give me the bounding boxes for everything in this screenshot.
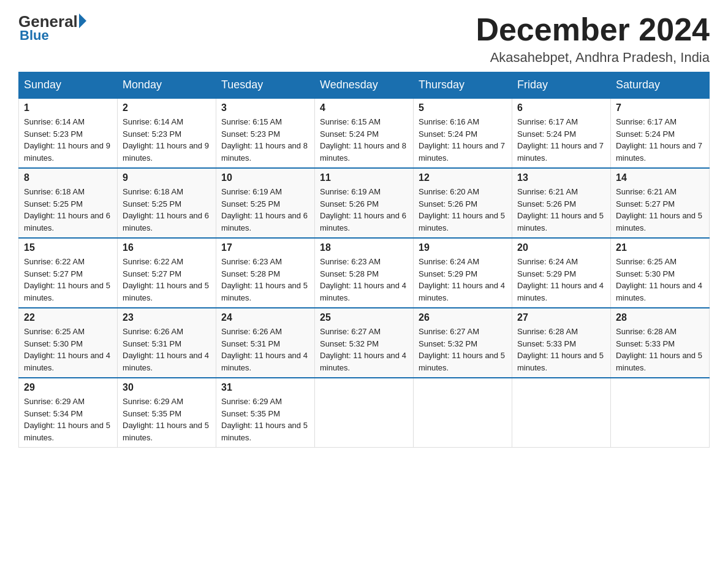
day-number: 4 bbox=[320, 102, 408, 113]
day-number: 31 bbox=[221, 382, 309, 393]
table-row: 6 Sunrise: 6:17 AM Sunset: 5:24 PM Dayli… bbox=[512, 98, 611, 168]
day-number: 9 bbox=[123, 172, 211, 183]
calendar-week-row: 29 Sunrise: 6:29 AM Sunset: 5:34 PM Dayl… bbox=[19, 378, 710, 448]
subtitle: Akasahebpet, Andhra Pradesh, India bbox=[476, 50, 710, 66]
day-info: Sunrise: 6:18 AM Sunset: 5:25 PM Dayligh… bbox=[123, 186, 211, 234]
day-info: Sunrise: 6:27 AM Sunset: 5:32 PM Dayligh… bbox=[320, 326, 408, 373]
table-row: 31 Sunrise: 6:29 AM Sunset: 5:35 PM Dayl… bbox=[216, 378, 315, 448]
day-number: 12 bbox=[419, 172, 507, 183]
table-row: 4 Sunrise: 6:15 AM Sunset: 5:24 PM Dayli… bbox=[315, 98, 414, 168]
day-number: 8 bbox=[24, 172, 112, 183]
day-info: Sunrise: 6:24 AM Sunset: 5:29 PM Dayligh… bbox=[419, 256, 507, 304]
day-info: Sunrise: 6:28 AM Sunset: 5:33 PM Dayligh… bbox=[517, 326, 605, 373]
table-row: 12 Sunrise: 6:20 AM Sunset: 5:26 PM Dayl… bbox=[414, 168, 512, 238]
day-info: Sunrise: 6:22 AM Sunset: 5:27 PM Dayligh… bbox=[123, 256, 211, 304]
day-number: 1 bbox=[24, 102, 112, 113]
day-number: 3 bbox=[221, 102, 309, 113]
day-info: Sunrise: 6:26 AM Sunset: 5:31 PM Dayligh… bbox=[123, 326, 211, 373]
table-row: 20 Sunrise: 6:24 AM Sunset: 5:29 PM Dayl… bbox=[512, 238, 611, 308]
day-info: Sunrise: 6:16 AM Sunset: 5:24 PM Dayligh… bbox=[419, 116, 507, 164]
table-row: 1 Sunrise: 6:14 AM Sunset: 5:23 PM Dayli… bbox=[19, 98, 118, 168]
day-info: Sunrise: 6:15 AM Sunset: 5:24 PM Dayligh… bbox=[320, 116, 408, 164]
col-saturday: Saturday bbox=[611, 72, 710, 99]
day-number: 10 bbox=[221, 172, 309, 183]
day-number: 14 bbox=[616, 172, 704, 183]
table-row: 26 Sunrise: 6:27 AM Sunset: 5:32 PM Dayl… bbox=[414, 308, 512, 378]
col-friday: Friday bbox=[512, 72, 611, 99]
day-number: 7 bbox=[616, 102, 704, 113]
day-number: 2 bbox=[123, 102, 211, 113]
col-tuesday: Tuesday bbox=[216, 72, 315, 99]
table-row: 14 Sunrise: 6:21 AM Sunset: 5:27 PM Dayl… bbox=[611, 168, 710, 238]
title-block: December 2024 Akasahebpet, Andhra Prades… bbox=[476, 12, 710, 66]
table-row bbox=[414, 378, 512, 448]
calendar-week-row: 15 Sunrise: 6:22 AM Sunset: 5:27 PM Dayl… bbox=[19, 238, 710, 308]
col-sunday: Sunday bbox=[19, 72, 118, 99]
table-row bbox=[315, 378, 414, 448]
table-row: 3 Sunrise: 6:15 AM Sunset: 5:23 PM Dayli… bbox=[216, 98, 315, 168]
day-info: Sunrise: 6:24 AM Sunset: 5:29 PM Dayligh… bbox=[517, 256, 605, 304]
table-row: 30 Sunrise: 6:29 AM Sunset: 5:35 PM Dayl… bbox=[118, 378, 216, 448]
table-row: 22 Sunrise: 6:25 AM Sunset: 5:30 PM Dayl… bbox=[19, 308, 118, 378]
table-row: 8 Sunrise: 6:18 AM Sunset: 5:25 PM Dayli… bbox=[19, 168, 118, 238]
day-number: 30 bbox=[123, 382, 211, 393]
day-number: 29 bbox=[24, 382, 112, 393]
table-row bbox=[611, 378, 710, 448]
day-info: Sunrise: 6:15 AM Sunset: 5:23 PM Dayligh… bbox=[221, 116, 309, 164]
day-number: 25 bbox=[320, 312, 408, 323]
calendar-week-row: 22 Sunrise: 6:25 AM Sunset: 5:30 PM Dayl… bbox=[19, 308, 710, 378]
day-info: Sunrise: 6:25 AM Sunset: 5:30 PM Dayligh… bbox=[616, 256, 704, 304]
table-row: 15 Sunrise: 6:22 AM Sunset: 5:27 PM Dayl… bbox=[19, 238, 118, 308]
day-info: Sunrise: 6:18 AM Sunset: 5:25 PM Dayligh… bbox=[24, 186, 112, 234]
table-row: 18 Sunrise: 6:23 AM Sunset: 5:28 PM Dayl… bbox=[315, 238, 414, 308]
col-monday: Monday bbox=[118, 72, 216, 99]
day-number: 16 bbox=[123, 242, 211, 253]
day-number: 18 bbox=[320, 242, 408, 253]
day-info: Sunrise: 6:26 AM Sunset: 5:31 PM Dayligh… bbox=[221, 326, 309, 373]
calendar-week-row: 1 Sunrise: 6:14 AM Sunset: 5:23 PM Dayli… bbox=[19, 98, 710, 168]
page-header: General Blue December 2024 Akasahebpet, … bbox=[18, 12, 710, 66]
table-row: 10 Sunrise: 6:19 AM Sunset: 5:25 PM Dayl… bbox=[216, 168, 315, 238]
table-row: 27 Sunrise: 6:28 AM Sunset: 5:33 PM Dayl… bbox=[512, 308, 611, 378]
day-info: Sunrise: 6:29 AM Sunset: 5:35 PM Dayligh… bbox=[221, 396, 309, 443]
day-number: 20 bbox=[517, 242, 605, 253]
logo-triangle-icon bbox=[79, 13, 86, 28]
day-number: 24 bbox=[221, 312, 309, 323]
day-number: 27 bbox=[517, 312, 605, 323]
table-row: 25 Sunrise: 6:27 AM Sunset: 5:32 PM Dayl… bbox=[315, 308, 414, 378]
table-row: 21 Sunrise: 6:25 AM Sunset: 5:30 PM Dayl… bbox=[611, 238, 710, 308]
day-number: 6 bbox=[517, 102, 605, 113]
day-info: Sunrise: 6:21 AM Sunset: 5:26 PM Dayligh… bbox=[517, 186, 605, 234]
day-number: 11 bbox=[320, 172, 408, 183]
day-number: 28 bbox=[616, 312, 704, 323]
day-info: Sunrise: 6:17 AM Sunset: 5:24 PM Dayligh… bbox=[517, 116, 605, 164]
main-title: December 2024 bbox=[476, 12, 710, 47]
table-row: 29 Sunrise: 6:29 AM Sunset: 5:34 PM Dayl… bbox=[19, 378, 118, 448]
day-info: Sunrise: 6:20 AM Sunset: 5:26 PM Dayligh… bbox=[419, 186, 507, 234]
day-number: 13 bbox=[517, 172, 605, 183]
day-info: Sunrise: 6:14 AM Sunset: 5:23 PM Dayligh… bbox=[123, 116, 211, 164]
day-info: Sunrise: 6:21 AM Sunset: 5:27 PM Dayligh… bbox=[616, 186, 704, 234]
table-row: 19 Sunrise: 6:24 AM Sunset: 5:29 PM Dayl… bbox=[414, 238, 512, 308]
table-row: 24 Sunrise: 6:26 AM Sunset: 5:31 PM Dayl… bbox=[216, 308, 315, 378]
day-number: 26 bbox=[419, 312, 507, 323]
table-row: 23 Sunrise: 6:26 AM Sunset: 5:31 PM Dayl… bbox=[118, 308, 216, 378]
table-row: 28 Sunrise: 6:28 AM Sunset: 5:33 PM Dayl… bbox=[611, 308, 710, 378]
day-info: Sunrise: 6:22 AM Sunset: 5:27 PM Dayligh… bbox=[24, 256, 112, 304]
day-info: Sunrise: 6:23 AM Sunset: 5:28 PM Dayligh… bbox=[221, 256, 309, 304]
day-info: Sunrise: 6:23 AM Sunset: 5:28 PM Dayligh… bbox=[320, 256, 408, 304]
table-row: 11 Sunrise: 6:19 AM Sunset: 5:26 PM Dayl… bbox=[315, 168, 414, 238]
table-row: 16 Sunrise: 6:22 AM Sunset: 5:27 PM Dayl… bbox=[118, 238, 216, 308]
table-row: 5 Sunrise: 6:16 AM Sunset: 5:24 PM Dayli… bbox=[414, 98, 512, 168]
day-number: 17 bbox=[221, 242, 309, 253]
calendar-header-row: Sunday Monday Tuesday Wednesday Thursday… bbox=[19, 72, 710, 99]
day-info: Sunrise: 6:17 AM Sunset: 5:24 PM Dayligh… bbox=[616, 116, 704, 164]
day-info: Sunrise: 6:19 AM Sunset: 5:25 PM Dayligh… bbox=[221, 186, 309, 234]
day-info: Sunrise: 6:28 AM Sunset: 5:33 PM Dayligh… bbox=[616, 326, 704, 373]
table-row bbox=[512, 378, 611, 448]
day-number: 21 bbox=[616, 242, 704, 253]
table-row: 13 Sunrise: 6:21 AM Sunset: 5:26 PM Dayl… bbox=[512, 168, 611, 238]
day-info: Sunrise: 6:29 AM Sunset: 5:34 PM Dayligh… bbox=[24, 396, 112, 443]
logo: General Blue bbox=[18, 12, 86, 44]
day-info: Sunrise: 6:25 AM Sunset: 5:30 PM Dayligh… bbox=[24, 326, 112, 373]
